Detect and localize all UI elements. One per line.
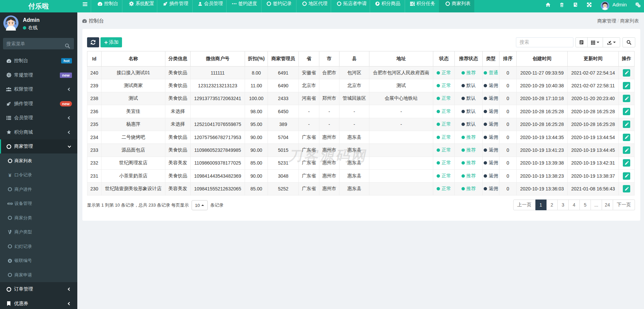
svg-text:AD: AD — [8, 202, 11, 205]
